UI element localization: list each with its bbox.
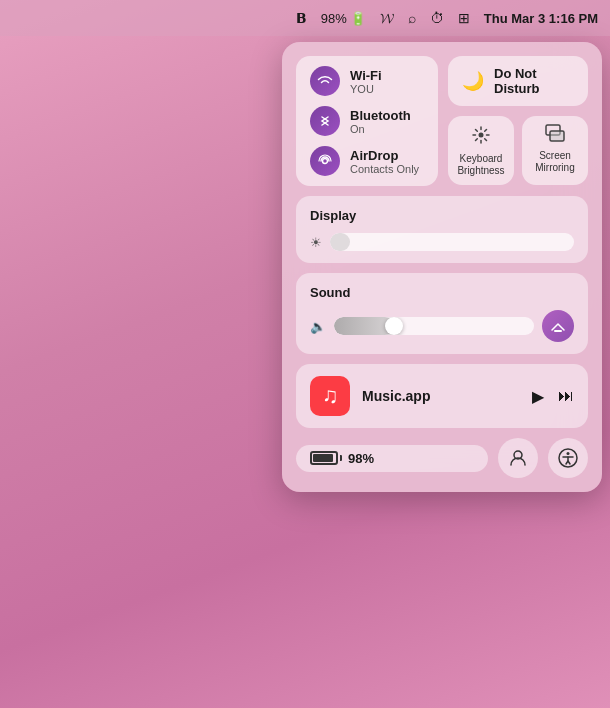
small-tiles-row: Keyboard Brightness Screen Mirroring [448, 116, 588, 185]
wifi-sub: YOU [350, 83, 382, 95]
bluetooth-sub: On [350, 123, 411, 135]
battery-tip [340, 455, 342, 461]
airdrop-item[interactable]: AirDrop Contacts Only [310, 146, 424, 176]
keyboard-brightness-tile[interactable]: Keyboard Brightness [448, 116, 514, 185]
svg-line-6 [476, 130, 478, 132]
datetime-display: Thu Mar 3 1:16 PM [484, 11, 598, 26]
svg-rect-11 [550, 131, 564, 141]
airdrop-circle-icon [310, 146, 340, 176]
volume-thumb [385, 317, 403, 335]
bluetooth-icon[interactable]: 𝗕 [296, 10, 307, 26]
bluetooth-text: Bluetooth On [350, 108, 411, 135]
svg-rect-12 [554, 330, 562, 332]
volume-icon: 🔈 [310, 319, 326, 334]
display-slider-row: ☀ [310, 233, 574, 251]
dnd-label: Do Not Disturb [494, 66, 574, 96]
menubar: 𝗕 98% 🔋 𝓦 ⌕ ⏱ ⊞ Thu Mar 3 1:16 PM [0, 0, 610, 36]
music-tile: ♫ Music.app ▶ ⏭ [296, 364, 588, 428]
bluetooth-item[interactable]: Bluetooth On [310, 106, 424, 136]
bottom-row: 98% [296, 438, 588, 478]
battery-body [310, 451, 338, 465]
music-app-name: Music.app [362, 388, 520, 404]
battery-fill [313, 454, 333, 462]
svg-line-8 [485, 130, 487, 132]
airdrop-sub: Contacts Only [350, 163, 419, 175]
keyboard-brightness-label: Keyboard Brightness [454, 153, 508, 177]
wifi-name: Wi-Fi [350, 68, 382, 83]
bluetooth-name: Bluetooth [350, 108, 411, 123]
svg-point-1 [479, 133, 484, 138]
brightness-icon: ☀ [310, 235, 322, 250]
control-center-panel: Wi-Fi YOU Bluetooth On [282, 42, 602, 492]
svg-point-15 [567, 452, 570, 455]
battery-menubar: 98% 🔋 [321, 11, 366, 26]
battery-pill[interactable]: 98% [296, 445, 488, 472]
display-label: Display [310, 208, 574, 223]
airdrop-text: AirDrop Contacts Only [350, 148, 419, 175]
screen-mirroring-tile[interactable]: Screen Mirroring [522, 116, 588, 185]
wifi-item[interactable]: Wi-Fi YOU [310, 66, 424, 96]
right-tiles: 🌙 Do Not Disturb [448, 56, 588, 186]
network-tile: Wi-Fi YOU Bluetooth On [296, 56, 438, 186]
sound-label: Sound [310, 285, 574, 300]
svg-point-0 [323, 159, 328, 164]
svg-line-9 [476, 139, 478, 141]
moon-icon: 🌙 [462, 70, 484, 92]
history-icon[interactable]: ⏱ [430, 10, 444, 26]
wifi-circle-icon [310, 66, 340, 96]
battery-bar-icon: 🔋 [350, 11, 366, 26]
battery-percentage: 98% [348, 451, 374, 466]
screen-mirroring-icon [544, 124, 566, 146]
sound-slider-row: 🔈 [310, 310, 574, 342]
user-button[interactable] [498, 438, 538, 478]
music-controls: ▶ ⏭ [532, 387, 574, 406]
battery-icon [310, 451, 342, 465]
control-center-icon[interactable]: ⊞ [458, 10, 470, 26]
sound-section: Sound 🔈 [296, 273, 588, 354]
airplay-button[interactable] [542, 310, 574, 342]
search-icon[interactable]: ⌕ [408, 10, 416, 26]
airdrop-name: AirDrop [350, 148, 419, 163]
wifi-icon[interactable]: 𝓦 [380, 10, 394, 27]
battery-pct-menubar: 98% [321, 11, 347, 26]
music-app-icon: ♫ [310, 376, 350, 416]
volume-slider[interactable] [334, 317, 534, 335]
bluetooth-circle-icon [310, 106, 340, 136]
screen-mirroring-label: Screen Mirroring [528, 150, 582, 174]
display-section: Display ☀ [296, 196, 588, 263]
brightness-fill [330, 233, 350, 251]
accessibility-button[interactable] [548, 438, 588, 478]
svg-line-7 [485, 139, 487, 141]
top-row: Wi-Fi YOU Bluetooth On [296, 56, 588, 186]
dnd-tile[interactable]: 🌙 Do Not Disturb [448, 56, 588, 106]
keyboard-brightness-icon [470, 124, 492, 149]
fast-forward-button[interactable]: ⏭ [558, 387, 574, 405]
brightness-slider[interactable] [330, 233, 574, 251]
play-button[interactable]: ▶ [532, 387, 544, 406]
wifi-text: Wi-Fi YOU [350, 68, 382, 95]
